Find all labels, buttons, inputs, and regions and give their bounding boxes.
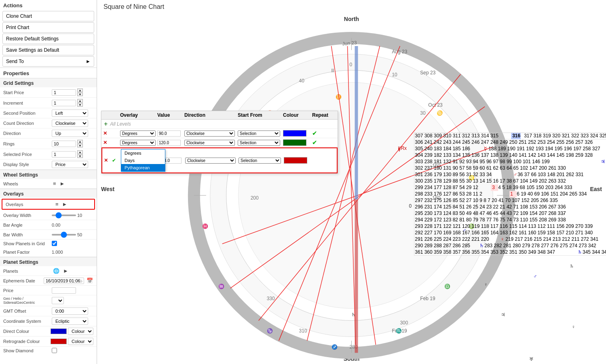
dropdown-option-pythagorean[interactable]: Pythagorean: [121, 164, 165, 171]
display-style-select[interactable]: Price Date: [52, 161, 88, 168]
rings-up[interactable]: ▲: [77, 140, 83, 143]
increment-input[interactable]: [52, 100, 76, 106]
planets-globe-icon[interactable]: 🌐: [52, 267, 61, 274]
overlays-settings-header: Overlays: [0, 189, 97, 198]
dropdown-option-degrees[interactable]: Degrees: [121, 149, 165, 157]
second-position-row: Second Position Left Right: [0, 108, 97, 118]
svg-text:♃: ♃: [501, 312, 505, 318]
overlay-startfrom-1-select[interactable]: Selection Fixed: [238, 130, 280, 137]
svg-text:♄: ♄: [578, 249, 582, 255]
increment-down[interactable]: ▼: [77, 103, 83, 107]
svg-text:36  37  66 103 148 201 262 331: 36 37 66 103 148 201 262 331: [517, 172, 584, 177]
overlay-colour-3-swatch[interactable]: [284, 157, 307, 164]
price-planet-row: Price: [0, 286, 97, 295]
retrograde-colour-swatch[interactable]: [51, 339, 67, 344]
overlay-direction-3-select[interactable]: Clockwise: [185, 158, 236, 164]
display-style-row: Display Style Price Date: [0, 160, 97, 170]
properties-header: Properties: [0, 68, 97, 78]
gmt-offset-select[interactable]: 0:00: [52, 307, 88, 315]
svg-text:4   5  18  39  68 105 150 203 : 4 5 18 39 68 105 150 203 264 333: [498, 185, 572, 190]
planets-arrow-icon[interactable]: ►: [62, 267, 70, 274]
increment-up[interactable]: ▲: [77, 99, 83, 103]
show-planets-row: Show Planets in Grid: [0, 240, 97, 247]
clone-chart-button[interactable]: Clone Chart: [2, 11, 94, 21]
wheels-bars-icon[interactable]: ≡: [52, 180, 57, 187]
svg-text:♑: ♑: [267, 328, 273, 334]
bar-width-slider[interactable]: [52, 234, 76, 236]
direct-colour-label: Direct Colour: [3, 329, 51, 334]
start-price-input[interactable]: [52, 89, 76, 96]
increment-row: Increment ▲ ▼: [0, 98, 97, 108]
svg-text:3: 3: [492, 185, 495, 190]
svg-text:Feb 19: Feb 19: [420, 296, 435, 301]
overlay-3-checkmark: ✔: [112, 158, 120, 163]
second-position-select[interactable]: Left Right: [52, 109, 88, 117]
direct-colour-swatch[interactable]: [51, 328, 67, 334]
ephemeris-date-label: Ephemeris Date: [3, 278, 44, 283]
delete-overlay-1-button[interactable]: ✕: [103, 130, 110, 136]
overlay-colour-2-swatch[interactable]: [283, 139, 306, 146]
svg-text:0: 0: [409, 203, 412, 209]
gmt-offset-label: GMT Offset: [3, 309, 52, 314]
son-chart-svg: Jun 23 Aug 23 Sep 23 Oct 23 Feb 19 Feb 1…: [97, 26, 606, 364]
actions-header: Actions: [0, 0, 97, 10]
overlay-width-row: Overlay Width 10: [0, 210, 97, 220]
calendar-icon[interactable]: 📅: [85, 277, 94, 284]
increment-label: Increment: [3, 101, 52, 105]
overlays-bars-icon[interactable]: ≡: [54, 201, 60, 208]
svg-text:298 233 176 127  86  53  28  1: 298 233 176 127 86 53 28 11 2: [415, 191, 482, 197]
svg-text:♄: ♄: [479, 243, 484, 248]
overlay-startfrom-3-select[interactable]: Selection: [239, 158, 281, 164]
coordinate-system-select[interactable]: Ecliptic: [52, 318, 88, 325]
selected-price-input[interactable]: [52, 151, 76, 158]
overlay-width-slider[interactable]: [52, 215, 76, 216]
show-planets-label: Show Planets in Grid: [3, 241, 52, 246]
count-direction-select[interactable]: Clockwise Counter-Clockwise: [52, 120, 88, 127]
svg-text:302 237 180 131  90  57  58  5: 302 237 180 131 90 57 58 59 60 61 62 63 …: [415, 165, 566, 171]
save-defaults-button[interactable]: Save Settings as Default: [2, 45, 94, 55]
ephemeris-date-row: Ephemeris Date 📅: [0, 276, 97, 286]
ephemeris-date-input[interactable]: [44, 278, 84, 284]
dropdown-option-days[interactable]: Days: [121, 157, 165, 164]
overlay-direction-1-select[interactable]: Clockwise Counter-Clockwise: [184, 130, 235, 137]
show-diamond-checkbox[interactable]: [52, 348, 57, 353]
overlay-direction-2-select[interactable]: Clockwise: [184, 140, 235, 146]
start-price-down[interactable]: ▼: [77, 93, 83, 96]
geo-helio-select[interactable]: [52, 297, 64, 304]
svg-text:292 227 170 169 168 167 166 16: 292 227 170 169 168 167 166 165 164 163 …: [415, 230, 593, 236]
bar-width-value: 50: [77, 232, 82, 237]
wheels-arrow-icon[interactable]: ►: [59, 180, 66, 187]
add-overlay-button[interactable]: +: [104, 120, 108, 128]
overlay-type-1-select[interactable]: Degrees Days Pythagorean: [120, 130, 156, 137]
svg-text:6  19  40  69 106 151 204 265 : 6 19 40 69 106 151 204 265 334: [517, 191, 587, 197]
selected-price-up[interactable]: ▲: [77, 150, 83, 154]
overlay-type-2-select[interactable]: Degrees Days Pythagorean: [120, 140, 156, 146]
overlays-arrow-icon[interactable]: ►: [61, 201, 69, 208]
chart-title: Square of Nine Chart: [97, 0, 606, 14]
direction-select[interactable]: Up Down: [52, 130, 88, 137]
start-price-up[interactable]: ▲: [77, 88, 83, 92]
rings-input[interactable]: [52, 141, 76, 147]
svg-text:40: 40: [299, 78, 305, 84]
svg-text:330: 330: [267, 296, 275, 301]
retrograde-colour-select[interactable]: Colour: [68, 338, 93, 345]
selected-price-row: Selected Price ▲ ▼: [0, 149, 97, 160]
show-planets-checkbox[interactable]: [52, 241, 57, 246]
price-planet-input[interactable]: [52, 287, 76, 294]
delete-overlay-3-button[interactable]: ✕: [104, 158, 111, 163]
overlay-colour-1-swatch[interactable]: [283, 130, 306, 137]
restore-defaults-button[interactable]: Restore Default Settings: [2, 34, 94, 44]
direct-colour-select[interactable]: Colour: [68, 328, 93, 335]
overlay-startfrom-2-select[interactable]: Selection: [238, 140, 280, 146]
overlay-type-3-dropdown[interactable]: Degrees Days Pythagorean: [121, 149, 165, 172]
selected-price-down[interactable]: ▼: [77, 154, 83, 158]
print-chart-button[interactable]: Print Chart: [2, 22, 94, 33]
svg-text:♓: ♓: [202, 223, 208, 229]
rings-down[interactable]: ▼: [77, 144, 83, 147]
send-to-button[interactable]: Send To ►: [2, 56, 94, 67]
overlay-value-1-input[interactable]: [157, 130, 181, 137]
overlays-label: Overlays: [6, 202, 54, 207]
overlay-value-2-input[interactable]: [157, 140, 181, 146]
delete-overlay-2-button[interactable]: ✕: [103, 140, 110, 145]
svg-text:♅: ♅: [529, 356, 534, 362]
